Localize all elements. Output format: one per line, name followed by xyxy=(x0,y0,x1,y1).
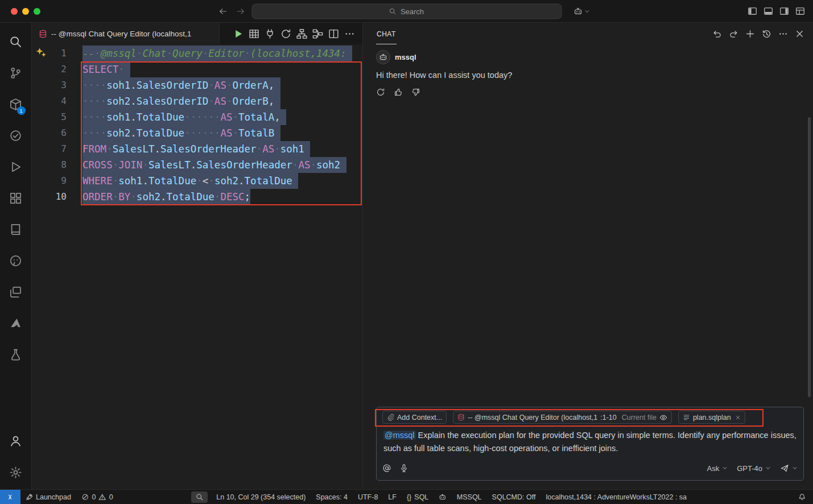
customize-layout-button[interactable] xyxy=(795,6,805,16)
chat-redo-button[interactable] xyxy=(729,29,738,39)
code-line-1[interactable]: 1--·@mssql·Chat·Query·Editor·(localhost,… xyxy=(32,46,362,61)
file-lines-icon xyxy=(683,414,690,421)
status-language-mode[interactable]: {}SQL xyxy=(402,490,434,504)
status-connection[interactable]: localhost,1434 : AdventureWorksLT2022 : … xyxy=(540,490,692,504)
chat-panel-title[interactable]: CHAT xyxy=(376,23,397,44)
schema-icon xyxy=(296,28,307,39)
chat-scrollbar[interactable] xyxy=(808,117,811,397)
gear-icon xyxy=(9,466,22,479)
copilot-sparkle-icon[interactable] xyxy=(36,47,47,58)
chat-close-button[interactable] xyxy=(795,29,804,39)
run-query-button[interactable] xyxy=(233,28,244,39)
change-connection-button[interactable] xyxy=(280,28,291,39)
chip-current-file[interactable]: -- @mssql Chat Query Editor (localhost,1… xyxy=(453,411,672,424)
copilot-menu-button[interactable] xyxy=(573,7,590,16)
status-eol[interactable]: LF xyxy=(383,490,402,504)
query-plan-button[interactable] xyxy=(312,28,323,39)
chip-plan-file[interactable]: plan.sqlplan xyxy=(678,411,745,424)
go-forward-button[interactable] xyxy=(236,7,245,16)
code-line-9[interactable]: 9WHERE·soh1.TotalDue·<·soh2.TotalDue xyxy=(32,173,362,189)
mention-chip[interactable]: @mssql xyxy=(383,431,416,440)
status-launchpad[interactable]: Launchpad xyxy=(20,490,76,504)
schema-button[interactable] xyxy=(296,28,307,39)
remove-chip-button[interactable] xyxy=(735,415,741,420)
status-sqlcmd[interactable]: SQLCMD: Off xyxy=(487,490,541,504)
status-remote[interactable] xyxy=(0,490,20,504)
chat-more-button[interactable] xyxy=(778,29,788,39)
model-dropdown[interactable]: GPT-4o xyxy=(737,464,771,473)
layout-icon xyxy=(795,6,805,16)
close-window-button[interactable] xyxy=(11,8,18,15)
thumbs-down-button[interactable] xyxy=(411,88,420,97)
send-button[interactable] xyxy=(780,464,798,473)
activity-item-database-projects[interactable] xyxy=(2,339,30,370)
split-editor-button[interactable] xyxy=(328,28,339,39)
flask-icon xyxy=(9,348,22,361)
status-cursor-position[interactable]: Ln 10, Col 29 (354 selected) xyxy=(211,490,311,504)
status-zoom[interactable] xyxy=(191,491,208,503)
editor-tab[interactable]: -- @mssql Chat Query Editor (localhost,1 xyxy=(32,23,220,44)
chat-header-actions xyxy=(712,29,804,39)
code-line-5[interactable]: 5····soh1.TotalDue······AS·TotalA, xyxy=(32,109,362,125)
activity-item-github[interactable] xyxy=(2,245,30,276)
activity-item-search[interactable] xyxy=(2,26,30,57)
minimize-window-button[interactable] xyxy=(22,8,29,15)
code-line-10[interactable]: 10ORDER·BY·soh2.TotalDue·DESC; xyxy=(32,189,362,205)
code-line-3[interactable]: 3····soh1.SalesOrderID·AS·OrderA, xyxy=(32,77,362,93)
code-lines: 1--·@mssql·Chat·Query·Editor·(localhost,… xyxy=(32,46,362,205)
more-actions-button[interactable] xyxy=(344,28,355,39)
maximize-window-button[interactable] xyxy=(34,8,40,15)
line-number: 2 xyxy=(32,61,67,77)
send-icon xyxy=(780,464,789,473)
toggle-primary-sidebar-button[interactable] xyxy=(748,6,757,16)
play-run-icon xyxy=(233,28,244,39)
regenerate-button[interactable] xyxy=(376,88,385,97)
chevron-down-icon xyxy=(765,465,771,471)
status-copilot[interactable] xyxy=(434,490,452,504)
status-notifications[interactable] xyxy=(793,490,813,504)
activity-item-source-control[interactable] xyxy=(2,57,30,89)
code-line-4[interactable]: 4····soh2.SalesOrderID·AS·OrderB, xyxy=(32,93,362,109)
chat-history-button[interactable] xyxy=(762,29,771,39)
chat-new-chat-button[interactable] xyxy=(745,29,755,39)
code-line-2[interactable]: 2SELECT· xyxy=(32,61,362,77)
status-indentation[interactable]: Spaces: 4 xyxy=(311,490,353,504)
code-line-7[interactable]: 7FROM·SalesLT.SalesOrderHeader·AS·soh1 xyxy=(32,141,362,157)
chat-undo-button[interactable] xyxy=(712,29,722,39)
mode-dropdown[interactable]: Ask xyxy=(707,464,728,473)
chat-input-container[interactable]: Add Context...-- @mssql Chat Query Edito… xyxy=(376,407,804,481)
code-editor[interactable]: 1--·@mssql·Chat·Query·Editor·(localhost,… xyxy=(32,44,362,489)
activity-item-accounts[interactable] xyxy=(2,425,30,457)
code-line-8[interactable]: 8CROSS·JOIN·SalesLT.SalesOrderHeader·AS·… xyxy=(32,157,362,173)
activity-item-remote-windows[interactable] xyxy=(2,276,30,308)
toggle-secondary-sidebar-button[interactable] xyxy=(779,6,789,16)
status-encoding[interactable]: UTF-8 xyxy=(353,490,383,504)
activity-item-run-debug[interactable] xyxy=(2,151,30,183)
undo-icon xyxy=(712,29,722,39)
remote-icon xyxy=(6,493,14,501)
activity-item-remote-explorer[interactable]: 1 xyxy=(2,89,30,120)
activity-item-azure[interactable] xyxy=(2,308,30,339)
rocket-icon xyxy=(26,493,34,501)
activity-item-extensions[interactable] xyxy=(2,183,30,214)
thumbs-up-button[interactable] xyxy=(394,88,403,97)
line-number: 5 xyxy=(32,109,67,125)
activity-item-notebooks[interactable] xyxy=(2,214,30,245)
status-problems[interactable]: 00 xyxy=(76,490,118,504)
code-text: ····soh1.TotalDue······AS·TotalA, xyxy=(82,109,286,125)
activity-item-testing[interactable] xyxy=(2,120,30,151)
activity-item-settings[interactable] xyxy=(2,457,30,488)
azure-icon xyxy=(9,317,22,330)
line-number: 10 xyxy=(32,189,67,205)
connect-button[interactable] xyxy=(265,28,275,39)
go-back-button[interactable] xyxy=(218,7,228,16)
chat-input-text[interactable]: @mssql Explain the execution plan for th… xyxy=(383,429,797,455)
status-mssql-provider[interactable]: MSSQL xyxy=(452,490,487,504)
toggle-panel-button[interactable] xyxy=(764,6,773,16)
results-grid-button[interactable] xyxy=(249,28,259,39)
voice-input-button[interactable] xyxy=(399,464,408,473)
chip-add-context[interactable]: Add Context... xyxy=(382,411,447,424)
code-line-6[interactable]: 6····soh2.TotalDue······AS·TotalB xyxy=(32,125,362,141)
command-center-search[interactable]: Search xyxy=(251,3,562,19)
add-mention-button[interactable] xyxy=(382,464,391,473)
